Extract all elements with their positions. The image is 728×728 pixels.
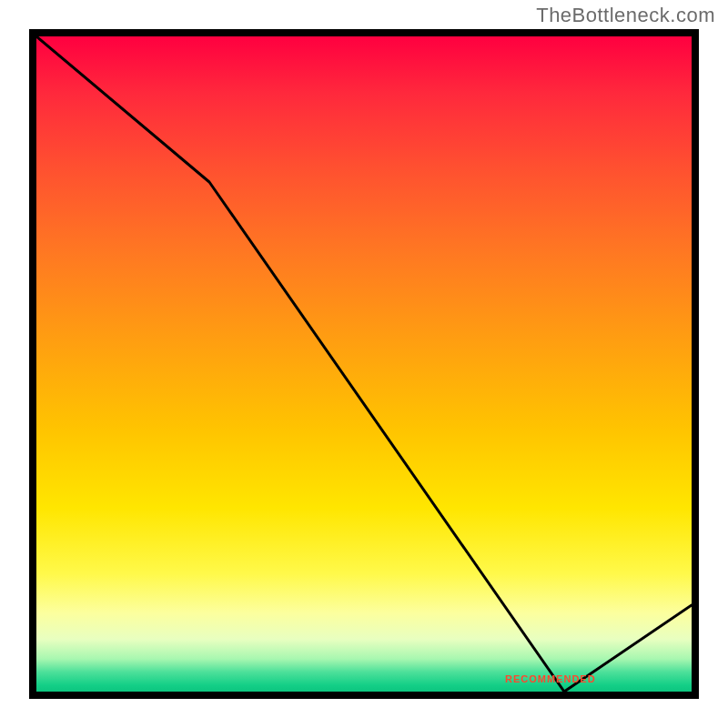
- attribution-text: TheBottleneck.com: [536, 4, 715, 27]
- line-curve: [36, 36, 692, 692]
- recommended-label: RECOMMENDED: [505, 673, 596, 684]
- plot-area: RECOMMENDED: [29, 29, 699, 699]
- chart-container: TheBottleneck.com RECOMMENDED: [0, 0, 728, 728]
